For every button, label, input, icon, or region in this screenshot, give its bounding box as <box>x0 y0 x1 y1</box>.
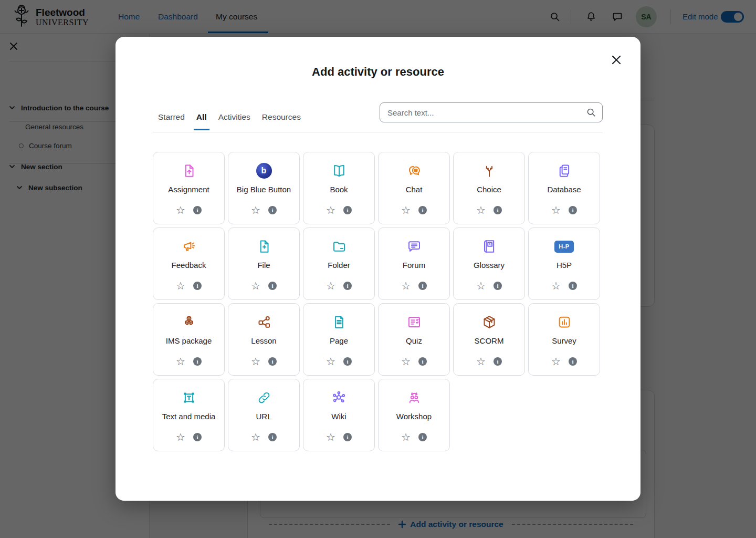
module-card[interactable]: SCORM ☆ i <box>453 303 525 376</box>
module-card[interactable]: Book ☆ i <box>303 152 375 224</box>
star-icon[interactable]: ☆ <box>326 205 335 215</box>
tabs-divider <box>153 132 603 132</box>
module-card[interactable]: Lesson ☆ i <box>228 303 300 376</box>
assignment-icon <box>181 160 197 181</box>
module-label: Choice <box>477 185 501 194</box>
info-icon[interactable]: i <box>268 282 277 290</box>
star-icon[interactable]: ☆ <box>476 356 486 367</box>
info-icon[interactable]: i <box>193 357 202 366</box>
module-label: Big Blue Button <box>237 185 291 194</box>
module-label: Database <box>547 185 581 194</box>
module-card[interactable]: Quiz ☆ i <box>378 303 450 376</box>
module-card[interactable]: Wiki ☆ i <box>303 379 375 451</box>
info-icon[interactable]: i <box>418 282 427 290</box>
star-icon[interactable]: ☆ <box>551 356 561 367</box>
module-label: Forum <box>403 261 425 270</box>
add-activity-modal: Add activity or resource Starred All Act… <box>116 37 640 501</box>
info-icon[interactable]: i <box>494 357 502 366</box>
close-icon[interactable] <box>611 55 622 65</box>
info-icon[interactable]: i <box>418 206 427 214</box>
search-input[interactable] <box>380 102 603 122</box>
module-label: Page <box>330 336 348 345</box>
h5p-icon: H-P <box>554 236 574 257</box>
module-label: File <box>257 261 270 270</box>
module-label: Feedback <box>172 261 206 270</box>
tab-all[interactable]: All <box>194 112 209 130</box>
star-icon[interactable]: ☆ <box>476 205 486 215</box>
module-card[interactable]: IMS package ☆ i <box>153 303 225 376</box>
star-icon[interactable]: ☆ <box>251 281 260 291</box>
quiz-icon <box>406 312 422 333</box>
search-icon <box>586 108 596 117</box>
info-icon[interactable]: i <box>268 433 277 441</box>
star-icon[interactable]: ☆ <box>251 205 260 215</box>
star-icon[interactable]: ☆ <box>401 356 411 367</box>
module-card[interactable]: Choice ☆ i <box>453 152 525 224</box>
star-icon[interactable]: ☆ <box>176 432 185 442</box>
module-card[interactable]: Folder ☆ i <box>303 227 375 300</box>
module-card[interactable]: URL ☆ i <box>228 379 300 451</box>
module-card[interactable]: File ☆ i <box>228 227 300 300</box>
star-icon[interactable]: ☆ <box>551 205 561 215</box>
module-card[interactable]: H-P H5P ☆ i <box>528 227 600 300</box>
module-label: Assignment <box>168 185 209 194</box>
star-icon[interactable]: ☆ <box>251 356 260 367</box>
module-label: Chat <box>406 185 423 194</box>
module-card[interactable]: Assignment ☆ i <box>153 152 225 224</box>
info-icon[interactable]: i <box>418 357 427 366</box>
module-card[interactable]: Page ☆ i <box>303 303 375 376</box>
file-icon <box>256 236 272 257</box>
info-icon[interactable]: i <box>193 206 202 214</box>
info-icon[interactable]: i <box>343 206 352 214</box>
info-icon[interactable]: i <box>343 433 352 441</box>
star-icon[interactable]: ☆ <box>176 281 185 291</box>
info-icon[interactable]: i <box>193 282 202 290</box>
tab-resources[interactable]: Resources <box>259 112 303 130</box>
star-icon[interactable]: ☆ <box>401 432 411 442</box>
scorm-icon <box>481 312 497 333</box>
module-card[interactable]: Forum ☆ i <box>378 227 450 300</box>
url-icon <box>256 387 272 408</box>
info-icon[interactable]: i <box>268 206 277 214</box>
info-icon[interactable]: i <box>343 357 352 366</box>
module-card[interactable]: b Big Blue Button ☆ i <box>228 152 300 224</box>
database-icon <box>556 160 572 181</box>
star-icon[interactable]: ☆ <box>326 356 335 367</box>
star-icon[interactable]: ☆ <box>326 432 335 442</box>
star-icon[interactable]: ☆ <box>326 281 335 291</box>
search-box <box>380 102 603 122</box>
info-icon[interactable]: i <box>268 357 277 366</box>
module-card[interactable]: Glossary ☆ i <box>453 227 525 300</box>
modal-tabs: Starred All Activities Resources <box>155 112 303 130</box>
info-icon[interactable]: i <box>193 433 202 441</box>
info-icon[interactable]: i <box>569 357 577 366</box>
star-icon[interactable]: ☆ <box>251 432 260 442</box>
star-icon[interactable]: ☆ <box>176 356 185 367</box>
module-card[interactable]: Workshop ☆ i <box>378 379 450 451</box>
info-icon[interactable]: i <box>418 433 427 441</box>
star-icon[interactable]: ☆ <box>551 281 561 291</box>
info-icon[interactable]: i <box>494 282 502 290</box>
module-card[interactable]: Feedback ☆ i <box>153 227 225 300</box>
bigbluebutton-icon: b <box>256 160 272 181</box>
survey-icon <box>556 312 572 333</box>
module-card[interactable]: Text and media ☆ i <box>153 379 225 451</box>
feedback-icon <box>181 236 197 257</box>
module-card[interactable]: Survey ☆ i <box>528 303 600 376</box>
info-icon[interactable]: i <box>569 206 577 214</box>
info-icon[interactable]: i <box>343 282 352 290</box>
textmedia-icon <box>181 387 197 408</box>
module-label: Glossary <box>474 261 505 270</box>
info-icon[interactable]: i <box>569 282 577 290</box>
star-icon[interactable]: ☆ <box>401 205 411 215</box>
star-icon[interactable]: ☆ <box>176 205 185 215</box>
module-card[interactable]: Chat ☆ i <box>378 152 450 224</box>
lesson-icon <box>256 312 272 333</box>
tab-activities[interactable]: Activities <box>216 112 253 130</box>
module-label: IMS package <box>166 336 212 345</box>
module-card[interactable]: Database ☆ i <box>528 152 600 224</box>
info-icon[interactable]: i <box>494 206 502 214</box>
star-icon[interactable]: ☆ <box>476 281 486 291</box>
tab-starred[interactable]: Starred <box>155 112 187 130</box>
star-icon[interactable]: ☆ <box>401 281 411 291</box>
